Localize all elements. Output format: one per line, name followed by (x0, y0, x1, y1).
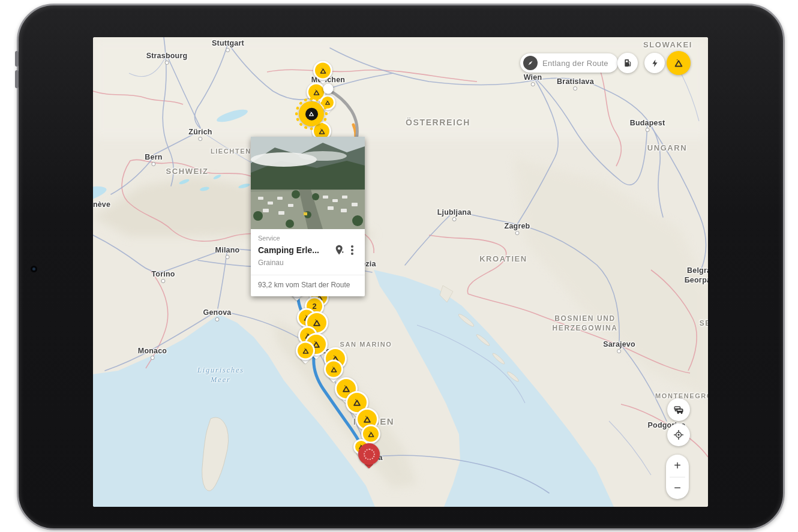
more-options-button[interactable] (347, 245, 358, 255)
poi-distance: 93,2 km vom Start der Route (251, 275, 365, 296)
traffic-button[interactable] (667, 398, 690, 421)
app-screen: StrasbourgStuttgartZürichBernGenèveMilan… (93, 37, 708, 507)
page: StrasbourgStuttgartZürichBernGenèveMilan… (0, 0, 798, 532)
pin-face (313, 61, 332, 80)
compass-icon (523, 56, 538, 70)
volume-down-button (15, 70, 19, 88)
route-start-marker (323, 84, 334, 94)
volume-up-button (15, 51, 19, 67)
zoom-out-button[interactable]: − (666, 477, 689, 500)
charging-stations-button[interactable] (644, 53, 665, 73)
tent-icon (308, 110, 315, 118)
campsite-marker[interactable] (324, 359, 343, 378)
tent-icon (329, 365, 338, 374)
poi-town: Grainau (258, 259, 358, 267)
crosshair-icon (673, 429, 685, 441)
tent-icon (324, 99, 331, 106)
tent-icon (673, 57, 685, 69)
tablet-frame: StrasbourgStuttgartZürichBernGenèveMilan… (17, 4, 785, 530)
tent-icon (319, 66, 328, 75)
campsites-filter-button[interactable] (667, 51, 691, 75)
fuel-stations-button[interactable] (617, 53, 638, 73)
fuel-pump-icon (623, 58, 632, 68)
tent-icon (367, 429, 376, 438)
tent-icon (362, 414, 373, 425)
along-route-label: Entlang der Route (542, 59, 608, 68)
selected-halo (299, 101, 324, 127)
pin-face (358, 443, 380, 465)
front-camera (31, 266, 37, 272)
traffic-icon (673, 404, 685, 416)
campsite-marker[interactable] (296, 341, 315, 360)
map-canvas[interactable] (93, 37, 708, 507)
destination-core (364, 449, 375, 460)
selected-core (305, 107, 318, 120)
add-to-route-button[interactable] (332, 243, 347, 257)
zoom-controls: + − (666, 455, 689, 499)
selected-campsite-marker[interactable] (299, 101, 324, 127)
destination-marker[interactable] (358, 443, 380, 465)
along-route-button[interactable]: Entlang der Route (520, 53, 618, 73)
zoom-in-button[interactable]: + (666, 455, 689, 477)
campsite-photo (251, 137, 365, 229)
tent-icon (317, 127, 326, 136)
poi-popup-card[interactable]: Service Camping Erle... Grainau (251, 137, 365, 296)
pin-face (296, 341, 315, 360)
tent-icon (352, 397, 362, 408)
locate-me-button[interactable] (667, 423, 690, 446)
campsite-marker[interactable] (313, 61, 332, 80)
pin-face (324, 359, 343, 378)
poi-title: Camping Erle... (258, 245, 332, 255)
tent-icon (301, 346, 310, 355)
pin-plus-icon (334, 244, 346, 256)
lightning-icon (650, 59, 659, 68)
poi-category: Service (258, 235, 358, 242)
